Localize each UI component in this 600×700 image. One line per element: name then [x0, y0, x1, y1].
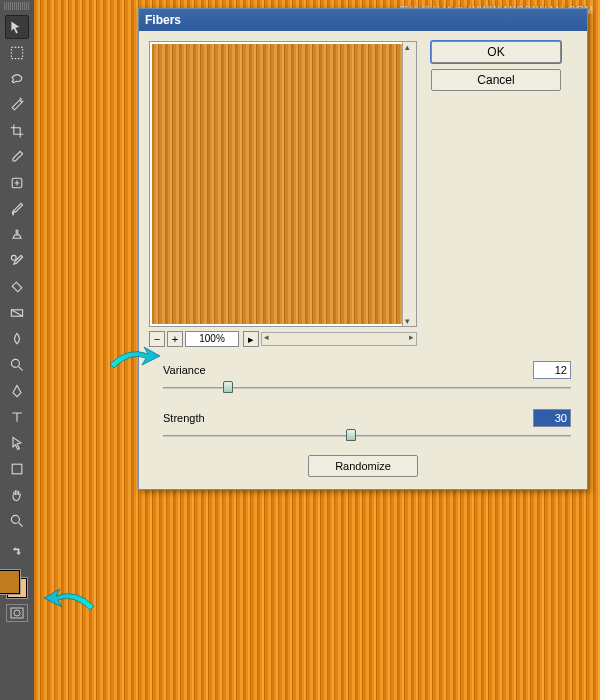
crop-tool[interactable]	[5, 119, 29, 143]
marquee-tool[interactable]	[5, 41, 29, 65]
lasso-tool[interactable]	[5, 67, 29, 91]
svg-point-2	[11, 255, 16, 260]
quick-mask-toggle[interactable]	[6, 604, 28, 622]
move-tool[interactable]	[5, 15, 29, 39]
eraser-tool[interactable]	[5, 275, 29, 299]
variance-label: Variance	[163, 364, 533, 376]
shape-tool[interactable]	[5, 457, 29, 481]
spot-heal-tool[interactable]	[5, 171, 29, 195]
ok-button[interactable]: OK	[431, 41, 561, 63]
zoom-menu-button[interactable]: ▸	[243, 331, 259, 347]
svg-rect-0	[11, 47, 22, 58]
cancel-button[interactable]: Cancel	[431, 69, 561, 91]
dialog-titlebar[interactable]: Fibers	[139, 9, 587, 31]
path-select-tool[interactable]	[5, 431, 29, 455]
pen-tool[interactable]	[5, 379, 29, 403]
panel-grip[interactable]	[4, 2, 30, 10]
svg-point-6	[11, 515, 19, 523]
clone-stamp-tool[interactable]	[5, 223, 29, 247]
zoom-out-button[interactable]: −	[149, 331, 165, 347]
svg-point-4	[11, 359, 19, 367]
svg-rect-5	[12, 464, 22, 474]
preview-v-scrollbar[interactable]	[402, 42, 416, 326]
foreground-color-swatch[interactable]	[0, 570, 20, 594]
preview-texture	[152, 44, 402, 324]
variance-thumb[interactable]	[223, 381, 233, 393]
tools-panel	[0, 0, 34, 700]
dialog-preview[interactable]	[149, 41, 417, 327]
fibers-dialog: Fibers − + 100% ▸ OK Cancel	[138, 8, 588, 490]
variance-input[interactable]	[533, 361, 571, 379]
strength-thumb[interactable]	[346, 429, 356, 441]
dialog-title: Fibers	[145, 13, 181, 27]
strength-slider[interactable]	[163, 429, 571, 443]
variance-slider[interactable]	[163, 381, 571, 395]
randomize-button[interactable]: Randomize	[308, 455, 418, 477]
history-brush-tool[interactable]	[5, 249, 29, 273]
preview-h-scrollbar[interactable]	[261, 332, 417, 346]
hand-tool[interactable]	[5, 483, 29, 507]
magic-wand-tool[interactable]	[5, 93, 29, 117]
zoom-value[interactable]: 100%	[185, 331, 239, 347]
dodge-tool[interactable]	[5, 353, 29, 377]
fg-bg-swap-icon[interactable]	[5, 539, 29, 563]
strength-input[interactable]	[533, 409, 571, 427]
type-tool[interactable]	[5, 405, 29, 429]
gradient-tool[interactable]	[5, 301, 29, 325]
eyedropper-tool[interactable]	[5, 145, 29, 169]
svg-point-8	[14, 610, 20, 616]
zoom-tool[interactable]	[5, 509, 29, 533]
zoom-in-button[interactable]: +	[167, 331, 183, 347]
color-swatches[interactable]	[3, 570, 31, 598]
strength-label: Strength	[163, 412, 533, 424]
brush-tool[interactable]	[5, 197, 29, 221]
blur-tool[interactable]	[5, 327, 29, 351]
